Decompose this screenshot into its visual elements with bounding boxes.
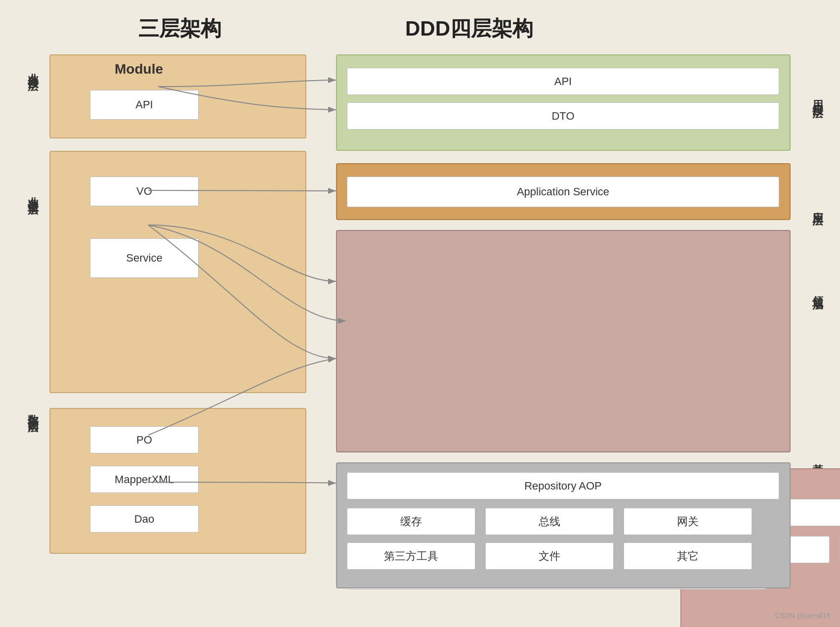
- box-biz-logic: VO Service: [49, 151, 306, 393]
- item-gateway: 网关: [624, 508, 752, 535]
- item-third-party: 第三方工具: [347, 542, 475, 570]
- item-cache: 缓存: [347, 508, 475, 535]
- item-dao: Dao: [90, 505, 199, 533]
- item-repository-aop: Repository AOP: [347, 472, 779, 499]
- label-biz-logic: 业务逻辑层: [26, 188, 41, 198]
- label-app-layer: 应用层: [810, 203, 825, 209]
- item-other: 其它: [624, 542, 752, 570]
- title-right: DDD四层架构: [405, 15, 533, 43]
- box-biz-interface: Module API: [49, 54, 306, 138]
- box-infra-layer: Repository AOP缓存总线网关第三方工具文件其它: [336, 462, 791, 588]
- item-mapper-xml-left: MapperXML: [90, 466, 199, 493]
- label-infra-layer: 基础层: [810, 455, 825, 461]
- box-data-access: PO MapperXML Dao: [49, 408, 306, 554]
- box-app-layer: Application Service: [336, 163, 791, 220]
- box-user-interface: APIDTO: [336, 54, 791, 151]
- label-domain-layer: 领域层: [810, 287, 825, 293]
- item-file: 文件: [485, 542, 614, 570]
- item-dto: DTO: [347, 102, 779, 130]
- item-api-right: API: [347, 68, 779, 95]
- item-po: PO: [90, 426, 199, 453]
- label-biz-interface: 业务接口层: [26, 64, 41, 74]
- item-api-left: API: [90, 90, 199, 120]
- item-service: Service: [90, 238, 199, 278]
- label-user-interface: 用户接口层: [810, 91, 825, 101]
- title-left: 三层架构: [138, 15, 221, 43]
- item-application-service: Application Service: [347, 177, 779, 207]
- item-bus: 总线: [485, 508, 614, 535]
- box-domain-layer: Aggregate Domain Service Entity ValueObj…: [336, 230, 791, 452]
- watermark: CSDN @carroll18: [775, 612, 830, 620]
- label-data-access: 数据访问层: [26, 405, 41, 415]
- module-label: Module: [115, 61, 163, 77]
- item-vo: VO: [90, 177, 199, 206]
